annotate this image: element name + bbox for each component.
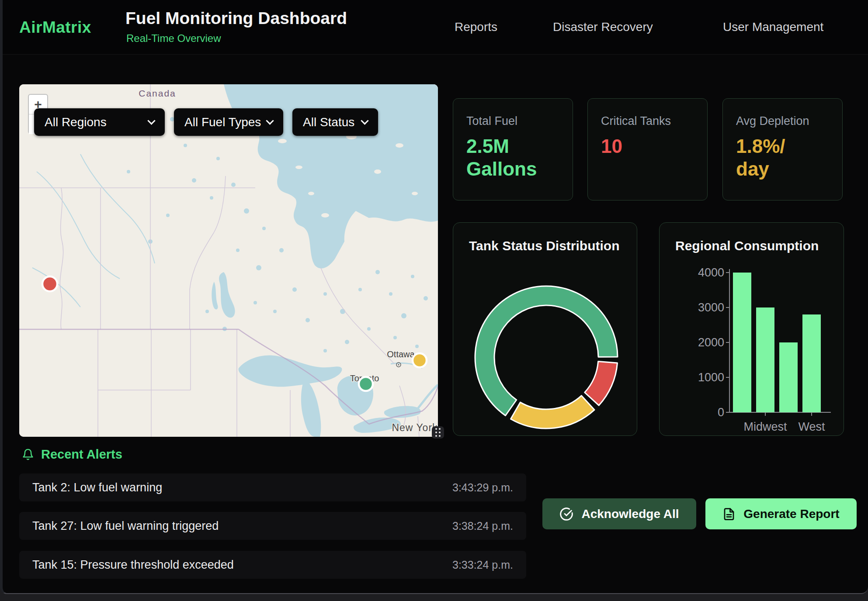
fuel-type-filter-value: All Fuel Types	[184, 115, 261, 129]
map-canvas[interactable]: Canada Ottawa Toronto New York + − All R…	[19, 84, 438, 437]
report-document-icon	[722, 507, 736, 521]
region-filter-value: All Regions	[45, 115, 107, 129]
alert-timestamp: 3:38:24 p.m.	[452, 520, 513, 532]
stat-card-total-fuel: Total Fuel 2.5M Gallons	[453, 98, 573, 200]
check-circle-icon	[559, 507, 573, 521]
bar-chart-tick-label: 3000	[698, 301, 724, 314]
drag-handle-icon[interactable]	[432, 426, 444, 439]
map-filters: All Regions All Fuel Types All Status	[34, 108, 378, 136]
stat-label: Avg Depletion	[736, 114, 829, 128]
page-subtitle: Real-Time Overview	[126, 32, 221, 45]
donut-chart	[453, 223, 638, 436]
bell-icon	[22, 448, 34, 461]
stat-card-avg-depletion: Avg Depletion 1.8%/ day	[722, 98, 843, 200]
bar-chart-tick-label: 4000	[698, 266, 724, 279]
tank-status-distribution-card: Tank Status Distribution	[453, 222, 637, 436]
tank-marker-warning[interactable]	[413, 353, 427, 367]
stat-value-line: Gallons	[466, 158, 559, 180]
recent-alerts-header: Recent Alerts	[22, 447, 122, 462]
recent-alerts-title: Recent Alerts	[41, 447, 122, 462]
chevron-down-icon	[361, 117, 368, 124]
bar-chart-tick-label: 1000	[698, 371, 724, 384]
stat-value-line: 2.5M	[466, 135, 559, 158]
alert-text: Tank 15: Pressure threshold exceeded	[32, 558, 234, 572]
stat-label: Critical Tanks	[601, 114, 694, 128]
donut-segment-warning	[511, 396, 595, 428]
regional-consumption-card: Regional Consumption 01000200030004000Mi…	[659, 222, 844, 436]
bar-chart-tick-label: 0	[718, 406, 724, 419]
stat-value-line: 10	[601, 135, 694, 158]
stat-value: 1.8%/ day	[736, 135, 829, 180]
tank-marker-normal[interactable]	[359, 377, 373, 391]
chevron-down-icon	[147, 117, 155, 124]
stat-value-line: 1.8%/	[736, 135, 829, 158]
stat-label: Total Fuel	[466, 114, 559, 128]
brand-logo: AirMatrix	[19, 18, 91, 37]
fuel-type-filter-dropdown[interactable]: All Fuel Types	[174, 108, 283, 136]
bar-chart-tick-label: 2000	[698, 336, 724, 349]
map-label-canada: Canada	[139, 88, 176, 98]
bar-chart-tick-label: Midwest	[743, 420, 787, 433]
map-label-new-york: New York	[392, 422, 437, 433]
bar-chart-tick-label: West	[798, 420, 825, 433]
map-basemap: Canada Ottawa Toronto New York	[19, 84, 438, 437]
bar-midwest	[756, 307, 774, 412]
acknowledge-all-label: Acknowledge All	[581, 507, 679, 521]
alert-text: Tank 27: Low fuel warning triggered	[32, 519, 219, 533]
stat-value: 10	[601, 135, 694, 158]
alert-row[interactable]: Tank 27: Low fuel warning triggered 3:38…	[19, 512, 526, 540]
bar-chart: 01000200030004000MidwestWest	[660, 223, 844, 436]
generate-report-button[interactable]: Generate Report	[705, 498, 857, 529]
bar-region-0	[733, 273, 751, 412]
alert-row[interactable]: Tank 15: Pressure threshold exceeded 3:3…	[19, 551, 526, 579]
header: AirMatrix Fuel Monitoring Dashboard Real…	[3, 0, 868, 55]
bar-west	[802, 314, 821, 412]
alert-text: Tank 2: Low fuel warning	[32, 481, 162, 494]
page-title: Fuel Monitoring Dashboard	[125, 9, 347, 28]
alert-timestamp: 3:33:24 p.m.	[452, 559, 513, 571]
region-filter-dropdown[interactable]: All Regions	[34, 108, 165, 136]
stat-card-critical-tanks: Critical Tanks 10	[587, 98, 708, 200]
stat-value-line: day	[736, 158, 829, 180]
dashboard-app: AirMatrix Fuel Monitoring Dashboard Real…	[0, 0, 868, 594]
nav-item-user-management[interactable]: User Management	[723, 20, 823, 34]
bar-region-2	[779, 342, 798, 412]
generate-report-label: Generate Report	[743, 507, 839, 521]
nav-item-disaster-recovery[interactable]: Disaster Recovery	[553, 20, 653, 34]
alert-row[interactable]: Tank 2: Low fuel warning 3:43:29 p.m.	[19, 473, 526, 501]
chevron-down-icon	[266, 117, 274, 124]
stat-value: 2.5M Gallons	[466, 135, 559, 180]
nav-item-reports[interactable]: Reports	[455, 20, 497, 34]
tank-marker-critical[interactable]	[42, 276, 57, 291]
status-filter-dropdown[interactable]: All Status	[292, 108, 378, 136]
status-filter-value: All Status	[303, 115, 354, 129]
donut-segment-critical	[585, 362, 618, 406]
acknowledge-all-button[interactable]: Acknowledge All	[542, 498, 696, 529]
alert-timestamp: 3:43:29 p.m.	[452, 481, 513, 494]
map-label-ottawa: Ottawa	[387, 349, 415, 359]
